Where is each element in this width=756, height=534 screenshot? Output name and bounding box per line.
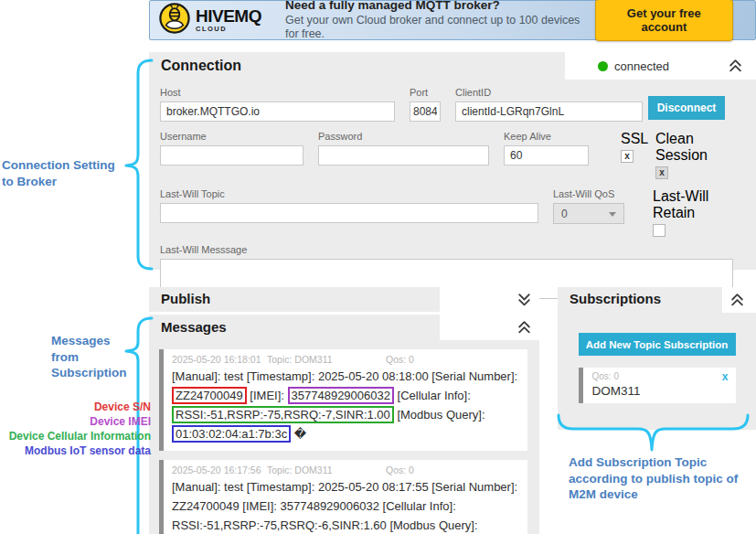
device-serial-highlight: ZZ24700049: [172, 387, 247, 404]
hivemq-wordmark: HIVEMQ: [196, 7, 261, 25]
subscriptions-collapse-icon[interactable]: [729, 292, 745, 307]
get-free-account-button[interactable]: Get your free account: [595, 0, 733, 41]
last-will-retain-label: Last-Will Retain: [653, 188, 728, 221]
last-will-topic-label: Last-Will Topic: [160, 188, 538, 199]
legend-device-imei: Device IMEI: [0, 415, 151, 430]
connection-brace: [124, 59, 154, 271]
keep-alive-label: Keep Alive: [504, 131, 589, 142]
subscription-item: Qos: 0 x DOM311: [579, 368, 736, 403]
username-label: Username: [160, 131, 303, 142]
clean-session-checkbox[interactable]: x: [655, 166, 668, 179]
clean-session-label: Clean Session: [655, 131, 729, 164]
subscriptions-panel: Subscriptions Add New Topic Subscription…: [558, 287, 756, 430]
last-will-retain-checkbox[interactable]: [653, 224, 665, 237]
connection-panel: Connection connected Disconnect Host Por…: [149, 52, 756, 270]
message-qos: Qos: 0: [386, 465, 414, 475]
banner-headline: Need a fully managed MQTT broker?: [285, 0, 595, 14]
messages-panel: Messages 2025-05-20 16:18:01 Topic: DOM3…: [149, 315, 539, 534]
messages-note: Messages from Subscription: [51, 333, 138, 381]
message-time: 2025-05-20 16:17:56: [172, 465, 267, 475]
message-payload: [Manual]: test [Timestamp]: 2025-05-20 0…: [172, 367, 519, 443]
subscriptions-title: Subscriptions: [570, 291, 661, 306]
payload-text: �: [291, 427, 306, 441]
payload-text: [Manual]: test [Timestamp]: 2025-05-20 0…: [172, 369, 517, 383]
connection-note: Connection Setting to Broker: [2, 157, 124, 189]
connection-status-badge: connected: [565, 52, 756, 80]
message-time: 2025-05-20 16:18:01: [172, 354, 267, 365]
payload-text: [Cellular Info]:: [394, 389, 471, 402]
last-will-message-label: Last-Will Messsage: [160, 244, 733, 255]
hivemq-logo[interactable]: HIVEMQ CLOUD: [159, 3, 261, 37]
publish-section-header: Publish: [149, 287, 539, 312]
legend-modbus-data: Modbus IoT sensor data: [0, 444, 151, 459]
payload-text: [IMEI]:: [247, 389, 288, 402]
legend-device-sn: Device S/N: [0, 400, 151, 415]
hivemq-cloud-label: CLOUD: [196, 26, 261, 33]
last-will-qos-value: 0: [561, 208, 568, 220]
client-id-label: ClientID: [455, 87, 643, 98]
hivemq-banner: HIVEMQ CLOUD Need a fully managed MQTT b…: [149, 0, 756, 40]
banner-subheadline: Get your own Cloud broker and connect up…: [285, 14, 595, 42]
message-qos: Qos: 0: [386, 354, 414, 365]
payload-text: [Modbus Query]:: [394, 408, 485, 422]
password-label: Password: [318, 131, 489, 142]
publish-title: Publish: [161, 291, 210, 306]
username-input[interactable]: [160, 145, 303, 166]
hivemq-bee-icon: [159, 3, 190, 37]
disconnect-button[interactable]: Disconnect: [648, 96, 725, 120]
message-card: 2025-05-20 16:18:01 Topic: DOM311 Qos: 0…: [159, 349, 527, 451]
port-label: Port: [410, 87, 441, 98]
cellular-info-highlight: RSSI:-51,RSRP:-75,RSRQ:-7,SINR:1.00: [172, 406, 394, 423]
page: HIVEMQ CLOUD Need a fully managed MQTT b…: [0, 0, 756, 534]
subscription-qos: Qos: 0: [592, 371, 619, 382]
connection-status-label: connected: [614, 59, 669, 73]
client-id-input[interactable]: [455, 101, 643, 122]
ssl-checkbox[interactable]: x: [621, 150, 634, 163]
payload-legend: Device S/N Device IMEI Device Cellular I…: [0, 400, 151, 459]
legend-cellular-info: Device Cellular Information: [0, 430, 151, 444]
keep-alive-input[interactable]: [504, 145, 589, 166]
add-subscription-button[interactable]: Add New Topic Subscription: [579, 333, 736, 356]
message-card: 2025-05-20 16:17:56 Topic: DOM311 Qos: 0…: [159, 460, 527, 534]
last-will-topic-input[interactable]: [160, 203, 538, 223]
message-topic: Topic: DOM311: [267, 354, 386, 365]
host-label: Host: [160, 87, 395, 98]
last-will-qos-label: Last-Will QoS: [553, 188, 624, 199]
messages-title: Messages: [161, 319, 227, 335]
message-topic: Topic: DOM311: [267, 465, 386, 475]
modbus-data-highlight: 01:03:02:04:a1:7b:3c: [172, 425, 291, 443]
connection-title: Connection: [161, 58, 241, 73]
subscription-topic: DOM311: [592, 384, 729, 398]
last-will-qos-select[interactable]: 0: [553, 203, 624, 224]
device-imei-highlight: 357748929006032: [288, 387, 394, 404]
dropdown-arrow-icon: [609, 212, 616, 217]
messages-collapse-icon[interactable]: [516, 319, 532, 335]
subscription-brace: [556, 413, 751, 455]
host-input[interactable]: [160, 101, 395, 122]
ssl-label: SSL: [621, 131, 648, 147]
port-input[interactable]: [410, 101, 441, 122]
message-payload: [Manual]: test [Timestamp]: 2025-05-20 0…: [172, 477, 519, 534]
connected-dot-icon: [598, 61, 608, 71]
publish-expand-icon[interactable]: [516, 292, 532, 307]
subscription-remove-button[interactable]: x: [722, 371, 729, 382]
connection-collapse-icon[interactable]: [728, 58, 743, 73]
subscription-note: Add Subscription Topic according to publ…: [569, 454, 756, 503]
password-input[interactable]: [318, 145, 489, 166]
